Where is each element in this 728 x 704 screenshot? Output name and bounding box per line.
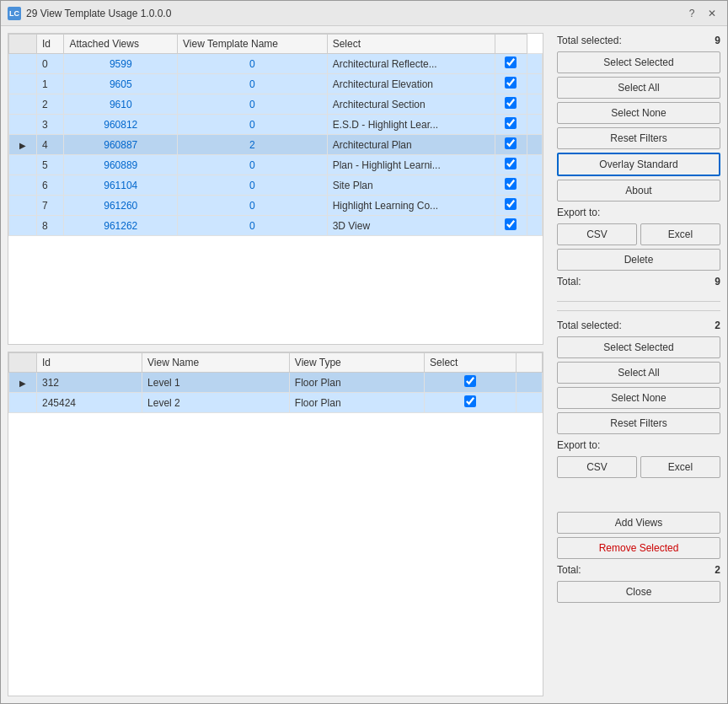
bottom-table-row[interactable]: ▶ 312 Level 1 Floor Plan	[9, 373, 543, 393]
top-total-selected-value: 9	[715, 35, 720, 46]
cell-select-checkbox[interactable]	[495, 74, 527, 94]
row-indicator	[9, 115, 37, 135]
cell-id: 312	[37, 373, 142, 393]
cell-row-num: 7	[37, 196, 64, 216]
top-table-row[interactable]: 1 9605 0 Architectural Elevation	[9, 74, 543, 94]
cell-select-checkbox[interactable]	[425, 373, 517, 393]
col-select-bottom[interactable]: Select	[425, 353, 517, 373]
bottom-select-selected-button[interactable]: Select Selected	[557, 336, 720, 358]
bottom-export-row: CSV Excel	[557, 456, 720, 478]
col-id-top[interactable]: Id	[37, 35, 64, 54]
row-indicator	[9, 74, 37, 94]
cell-row-num: 8	[37, 216, 64, 236]
cell-template-name: Site Plan	[327, 175, 495, 196]
row-indicator	[9, 54, 37, 74]
cell-row-num: 2	[37, 94, 64, 115]
title-bar: LC 29 View Template Usage 1.0.0.0 ? ✕	[1, 1, 727, 26]
row-indicator: ▶	[9, 373, 37, 393]
cell-select-checkbox[interactable]	[495, 54, 527, 74]
row-indicator	[9, 216, 37, 236]
top-export-excel-button[interactable]: Excel	[640, 223, 720, 245]
cell-template-name: Plan - Highlight Learni...	[327, 155, 495, 175]
top-export-csv-button[interactable]: CSV	[557, 223, 637, 245]
col-select-top[interactable]: Select	[327, 35, 495, 54]
cell-select-checkbox[interactable]	[495, 196, 527, 216]
cell-attached-views: 0	[178, 115, 328, 135]
cell-row-num: 6	[37, 175, 64, 196]
top-table-row[interactable]: 8 961262 0 3D View	[9, 216, 543, 236]
bottom-export-excel-button[interactable]: Excel	[640, 456, 720, 478]
cell-extra	[527, 216, 542, 236]
help-button[interactable]: ?	[683, 5, 700, 22]
cell-select-checkbox[interactable]	[495, 175, 527, 196]
bottom-table: Id View Name View Type Select ▶ 312 Leve…	[8, 352, 543, 413]
col-template-name[interactable]: View Template Name	[178, 35, 328, 54]
cell-select-checkbox[interactable]	[495, 94, 527, 115]
cell-row-num: 5	[37, 155, 64, 175]
remove-selected-button[interactable]: Remove Selected	[557, 537, 720, 559]
cell-attached-views: 0	[178, 155, 328, 175]
top-table-row[interactable]: 3 960812 0 E.S.D - Highlight Lear...	[9, 115, 543, 135]
bottom-total-selected-row: Total selected: 2	[557, 318, 720, 333]
bottom-table-row[interactable]: 245424 Level 2 Floor Plan	[9, 393, 543, 413]
cell-template-name: Architectural Elevation	[327, 74, 495, 94]
top-total-selected-row: Total selected: 9	[557, 33, 720, 48]
top-table-row[interactable]: 7 961260 0 Highlight Learning Co...	[9, 196, 543, 216]
bottom-select-none-button[interactable]: Select None	[557, 387, 720, 409]
window-title: 29 View Template Usage 1.0.0.0	[26, 8, 171, 19]
about-button[interactable]: About	[557, 180, 720, 202]
row-indicator	[9, 175, 37, 196]
cell-select-checkbox[interactable]	[495, 155, 527, 175]
cell-id: 960889	[64, 155, 178, 175]
cell-extra	[527, 175, 542, 196]
close-button[interactable]: ✕	[704, 5, 720, 22]
section-gap2	[557, 492, 720, 498]
cell-id: 961104	[64, 175, 178, 196]
cell-attached-views: 0	[178, 54, 328, 74]
top-reset-filters-button[interactable]: Reset Filters	[557, 127, 720, 149]
cell-attached-views: 0	[178, 74, 328, 94]
cell-row-num: 3	[37, 115, 64, 135]
overlay-standard-button[interactable]: Overlay Standard	[557, 153, 720, 176]
cell-id: 9610	[64, 94, 178, 115]
cell-id: 9599	[64, 54, 178, 74]
content-area: Id Attached Views View Template Name Sel…	[1, 26, 727, 703]
col-id-bottom[interactable]: Id	[37, 353, 142, 373]
add-views-button[interactable]: Add Views	[557, 512, 720, 534]
top-table-wrapper[interactable]: Id Attached Views View Template Name Sel…	[8, 34, 543, 344]
col-view-name[interactable]: View Name	[142, 353, 290, 373]
row-indicator	[9, 196, 37, 216]
top-export-row: CSV Excel	[557, 223, 720, 245]
col-view-type[interactable]: View Type	[289, 353, 424, 373]
top-select-selected-button[interactable]: Select Selected	[557, 51, 720, 73]
sidebar-bottom: Total selected: 2 Select Selected Select…	[557, 310, 720, 603]
top-table-row[interactable]: 0 9599 0 Architectural Reflecte...	[9, 54, 543, 74]
top-table-row[interactable]: 6 961104 0 Site Plan	[9, 175, 543, 196]
sidebar-divider	[557, 301, 720, 302]
cell-template-name: Architectural Plan	[327, 135, 495, 155]
top-table-row[interactable]: 2 9610 0 Architectural Section	[9, 94, 543, 115]
bottom-select-all-button[interactable]: Select All	[557, 362, 720, 384]
bottom-reset-filters-button[interactable]: Reset Filters	[557, 412, 720, 434]
cell-attached-views: 0	[178, 175, 328, 196]
top-select-all-button[interactable]: Select All	[557, 77, 720, 99]
top-table-row[interactable]: ▶ 4 960887 2 Architectural Plan	[9, 135, 543, 155]
cell-view-name: Level 1	[142, 373, 290, 393]
close-dialog-button[interactable]: Close	[557, 581, 720, 603]
delete-button[interactable]: Delete	[557, 249, 720, 271]
cell-id: 245424	[37, 393, 142, 413]
top-select-none-button[interactable]: Select None	[557, 102, 720, 124]
bottom-table-wrapper[interactable]: Id View Name View Type Select ▶ 312 Leve…	[8, 352, 543, 696]
bottom-total-row: Total: 2	[557, 562, 720, 578]
cell-template-name: Architectural Section	[327, 94, 495, 115]
bottom-export-csv-button[interactable]: CSV	[557, 456, 637, 478]
row-indicator	[9, 94, 37, 115]
col-attached-views[interactable]: Attached Views	[64, 35, 178, 54]
bottom-total-selected-label: Total selected:	[557, 320, 622, 331]
cell-extra	[517, 373, 543, 393]
cell-select-checkbox[interactable]	[495, 115, 527, 135]
top-table-row[interactable]: 5 960889 0 Plan - Highlight Learni...	[9, 155, 543, 175]
cell-select-checkbox[interactable]	[425, 393, 517, 413]
cell-select-checkbox[interactable]	[495, 135, 527, 155]
cell-select-checkbox[interactable]	[495, 216, 527, 236]
